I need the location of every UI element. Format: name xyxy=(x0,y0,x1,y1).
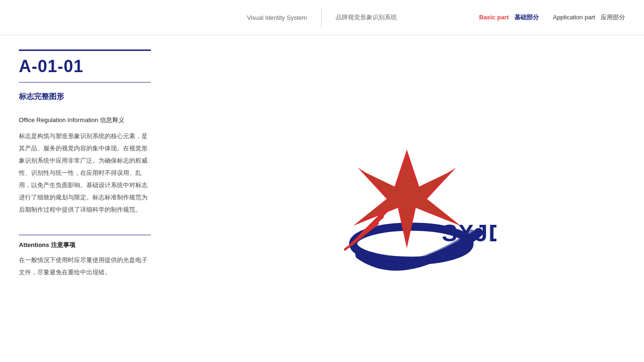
attention-label-zh: 注意事项 xyxy=(51,241,75,248)
left-panel: A-01-01 标志完整图形 Office Regulation Informa… xyxy=(0,35,170,362)
page-code: A-01-01 xyxy=(19,57,151,76)
attention-label-en: Attentions xyxy=(19,241,49,248)
nav-divider xyxy=(321,8,322,27)
page-title-divider xyxy=(19,82,151,82)
nav-title-en: Visual Identity System xyxy=(247,14,307,21)
basic-part-en: Basic part xyxy=(479,14,509,21)
top-navigation: Visual Identity System 品牌视觉形象识别系统 Basic … xyxy=(0,0,644,35)
nav-center: Visual Identity System 品牌视觉形象识别系统 xyxy=(247,8,397,27)
main-content: A-01-01 标志完整图形 Office Regulation Informa… xyxy=(0,35,644,362)
nav-title-zh: 品牌视觉形象识别系统 xyxy=(336,13,397,22)
attention-divider xyxy=(19,235,151,235)
page-description: 标志是构筑与塑造形象识别系统的核心元素，是其产品、服务的视觉内容的集中体现。在视… xyxy=(19,130,151,216)
basic-part-zh: 基础部分 xyxy=(514,14,539,21)
regulation-label-en: Office Regulation Information xyxy=(19,116,98,123)
svg-line-5 xyxy=(345,223,378,249)
attention-text: 在一般情况下使用时应尽量使用提供的光盘电子文件，尽量避免在重绘中出现错。 xyxy=(19,254,151,279)
svg-text:SXJD: SXJD xyxy=(442,220,496,246)
application-part-zh: 应用部分 xyxy=(601,14,625,21)
regulation-label: Office Regulation Information 信息释义 xyxy=(19,116,151,124)
basic-part-link[interactable]: Basic part 基础部分 xyxy=(479,13,539,22)
logo-container: SXJD xyxy=(317,114,496,284)
right-panel: SXJD xyxy=(170,35,644,362)
nav-right-links: Basic part 基础部分 Application part 应用部分 xyxy=(479,13,625,22)
brand-logo: SXJD xyxy=(317,119,496,279)
page-subtitle: 标志完整图形 xyxy=(19,92,151,102)
attention-label: Attentions 注意事项 xyxy=(19,241,151,249)
page-code-wrapper: A-01-01 xyxy=(19,49,151,76)
application-part-en: Application part xyxy=(553,14,595,21)
application-part-link[interactable]: Application part 应用部分 xyxy=(553,13,625,22)
regulation-label-zh: 信息释义 xyxy=(100,116,124,123)
